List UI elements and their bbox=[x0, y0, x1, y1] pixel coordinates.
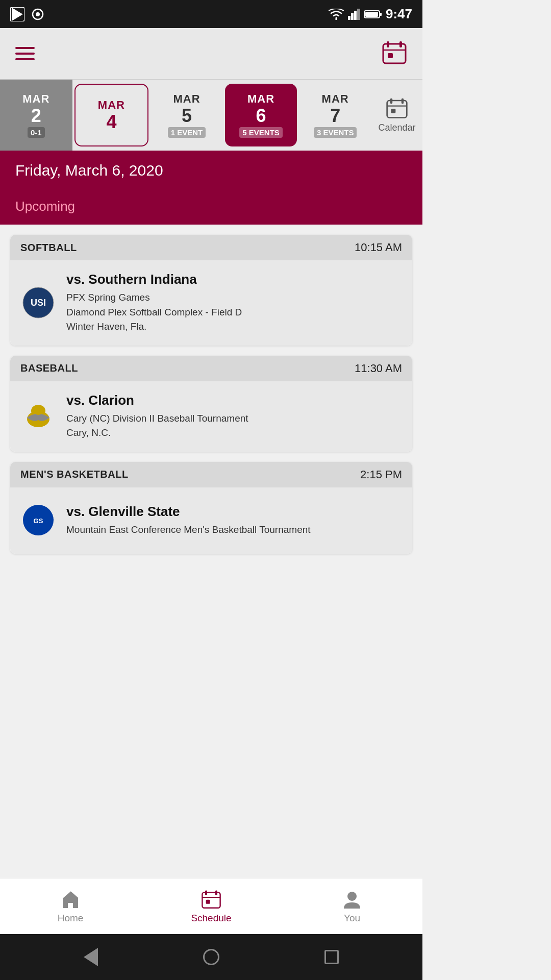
svg-point-3 bbox=[36, 12, 40, 16]
clarion-logo bbox=[20, 399, 56, 434]
app-header bbox=[0, 28, 422, 79]
baseball-sport-label: BASEBALL bbox=[20, 362, 78, 374]
svg-rect-11 bbox=[383, 44, 406, 63]
svg-rect-13 bbox=[399, 41, 402, 47]
status-bar-left bbox=[10, 7, 45, 21]
selected-date-text: Friday, March 6, 2020 bbox=[15, 162, 163, 179]
basketball-event-time: 2:15 PM bbox=[360, 468, 402, 481]
basketball-event-header: MEN'S BASKETBALL 2:15 PM bbox=[10, 462, 412, 487]
header-calendar-button[interactable] bbox=[382, 40, 407, 67]
calendar-view-button[interactable]: Calendar bbox=[371, 80, 422, 151]
nav-schedule[interactable]: Schedule bbox=[141, 878, 282, 934]
glenville-logo: GS bbox=[20, 503, 56, 538]
date-mar-5[interactable]: MAR 5 1 EVENT bbox=[151, 80, 223, 151]
date-mar-7[interactable]: MAR 7 3 EVENTS bbox=[299, 80, 371, 151]
settings-icon bbox=[31, 7, 45, 21]
softball-event-body: USI vs. Southern Indiana PFX Spring Game… bbox=[10, 260, 412, 346]
recents-icon bbox=[324, 950, 339, 964]
date-mar-4[interactable]: MAR 4 bbox=[74, 84, 149, 146]
upcoming-label: Upcoming bbox=[15, 199, 75, 214]
baseball-event-card[interactable]: BASEBALL 11:30 AM vs. Clarion Ca bbox=[10, 356, 412, 452]
date-selector: MAR 2 0-1 MAR 4 MAR 5 1 EVENT MAR 6 5 EV… bbox=[0, 79, 422, 151]
basketball-detail: Mountain East Conference Men's Basketbal… bbox=[66, 523, 402, 537]
basketball-opponent: vs. Glenville State bbox=[66, 504, 402, 520]
svg-rect-9 bbox=[380, 13, 382, 16]
svg-rect-33 bbox=[206, 899, 210, 903]
usi-logo: USI bbox=[20, 285, 56, 321]
date-day-7: 7 bbox=[330, 106, 340, 126]
svg-marker-0 bbox=[12, 8, 22, 20]
date-month-mar2: MAR bbox=[22, 92, 49, 106]
hamburger-line-1 bbox=[15, 47, 35, 49]
svg-rect-15 bbox=[388, 53, 393, 58]
status-bar-right: 9:47 bbox=[329, 6, 412, 22]
calendar-col-label: Calendar bbox=[378, 122, 415, 133]
date-badge-mar5: 1 EVENT bbox=[168, 127, 206, 138]
back-icon bbox=[84, 948, 98, 966]
basketball-sport-label: MEN'S BASKETBALL bbox=[20, 469, 129, 480]
svg-rect-16 bbox=[387, 101, 407, 117]
softball-event-info: vs. Southern Indiana PFX Spring Games Di… bbox=[66, 272, 402, 334]
schedule-icon bbox=[201, 889, 221, 910]
clarion-team-logo-svg bbox=[22, 400, 55, 433]
date-month-mar5: MAR bbox=[173, 92, 200, 106]
svg-rect-4 bbox=[348, 16, 350, 20]
date-badge-mar6: 5 EVENTS bbox=[239, 127, 283, 138]
svg-rect-7 bbox=[357, 9, 360, 20]
svg-rect-20 bbox=[391, 109, 396, 113]
wifi-icon bbox=[329, 9, 344, 20]
home-button[interactable] bbox=[202, 948, 220, 966]
date-badge-mar2: 0-1 bbox=[28, 127, 45, 138]
recents-button[interactable] bbox=[322, 948, 341, 966]
basketball-event-info: vs. Glenville State Mountain East Confer… bbox=[66, 504, 402, 537]
selected-date-banner: Friday, March 6, 2020 bbox=[0, 151, 422, 190]
date-month-mar7: MAR bbox=[322, 92, 349, 106]
basketball-event-body: GS vs. Glenville State Mountain East Con… bbox=[10, 487, 412, 554]
softball-event-card[interactable]: SOFTBALL 10:15 AM USI vs. Southern India… bbox=[10, 235, 412, 346]
baseball-event-body: vs. Clarion Cary (NC) Division II Baseba… bbox=[10, 381, 412, 452]
baseball-detail: Cary (NC) Division II Baseball Tournamen… bbox=[66, 411, 402, 440]
system-nav-bar bbox=[0, 934, 422, 980]
basketball-event-card[interactable]: MEN'S BASKETBALL 2:15 PM GS vs. Glenvill… bbox=[10, 462, 412, 554]
svg-point-34 bbox=[347, 892, 357, 901]
svg-rect-31 bbox=[215, 890, 217, 895]
svg-rect-5 bbox=[351, 13, 354, 20]
date-mar-2[interactable]: MAR 2 0-1 bbox=[0, 80, 72, 151]
softball-opponent: vs. Southern Indiana bbox=[66, 272, 402, 287]
events-list: SOFTBALL 10:15 AM USI vs. Southern India… bbox=[0, 225, 422, 564]
signal-icon bbox=[348, 9, 360, 20]
profile-icon bbox=[342, 889, 362, 910]
bottom-navigation: Home Schedule You bbox=[0, 878, 422, 934]
date-month-mar4: MAR bbox=[98, 99, 125, 112]
upcoming-section: Upcoming bbox=[0, 190, 422, 225]
svg-rect-30 bbox=[205, 890, 207, 895]
hamburger-line-2 bbox=[15, 53, 35, 55]
usi-team-logo-svg: USI bbox=[22, 286, 55, 320]
softball-event-time: 10:15 AM bbox=[355, 241, 402, 254]
svg-text:GS: GS bbox=[33, 517, 43, 525]
time-display: 9:47 bbox=[386, 6, 412, 22]
date-badge-mar7: 3 EVENTS bbox=[314, 127, 357, 138]
battery-icon bbox=[364, 10, 382, 19]
softball-sport-label: SOFTBALL bbox=[20, 242, 77, 254]
date-day-5: 5 bbox=[182, 106, 192, 126]
date-day-6: 6 bbox=[256, 106, 266, 126]
menu-button[interactable] bbox=[15, 47, 35, 60]
home-nav-label: Home bbox=[58, 913, 84, 924]
home-icon bbox=[60, 889, 81, 910]
date-day-2: 2 bbox=[31, 106, 41, 126]
schedule-nav-label: Schedule bbox=[191, 913, 231, 924]
nav-you[interactable]: You bbox=[282, 878, 422, 934]
baseball-event-info: vs. Clarion Cary (NC) Division II Baseba… bbox=[66, 393, 402, 440]
nav-home[interactable]: Home bbox=[0, 878, 141, 934]
softball-event-header: SOFTBALL 10:15 AM bbox=[10, 235, 412, 260]
date-day-4: 4 bbox=[106, 112, 116, 132]
calendar-col-icon bbox=[386, 97, 408, 119]
date-mar-6[interactable]: MAR 6 5 EVENTS bbox=[225, 84, 297, 146]
back-button[interactable] bbox=[82, 948, 100, 966]
date-month-mar6: MAR bbox=[247, 92, 274, 106]
svg-rect-18 bbox=[402, 99, 404, 104]
home-icon-nav bbox=[203, 949, 219, 965]
svg-rect-6 bbox=[354, 11, 357, 20]
svg-rect-29 bbox=[202, 892, 220, 908]
